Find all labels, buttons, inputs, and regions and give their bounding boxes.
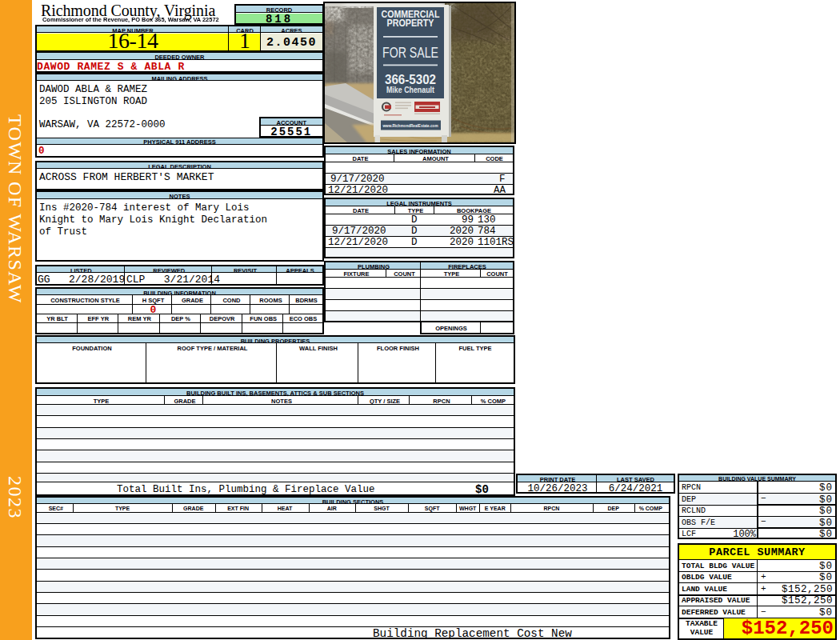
svg-text:www.RichmondRealEstate.com: www.RichmondRealEstate.com — [382, 122, 438, 128]
svg-text:366-5302: 366-5302 — [385, 72, 436, 86]
svg-text:Mike Chenault: Mike Chenault — [386, 86, 435, 94]
svg-text:PROPERTY: PROPERTY — [387, 18, 435, 29]
svg-text:FOR SALE: FOR SALE — [382, 44, 438, 61]
